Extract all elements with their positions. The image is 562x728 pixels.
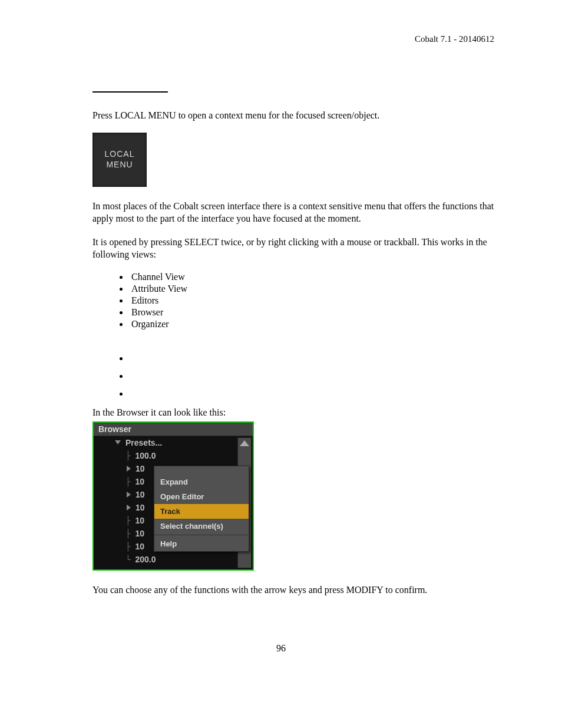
local-menu-label-2: MENU xyxy=(106,160,133,170)
context-menu-item-open-editor[interactable]: Open Editor xyxy=(154,489,249,504)
tree-branch-icon: ├ xyxy=(125,477,130,486)
tree-row[interactable]: ├ 100.0 xyxy=(94,449,253,462)
section-rule xyxy=(92,91,168,93)
local-menu-label-1: LOCAL xyxy=(105,149,135,160)
tree-branch-icon: └ xyxy=(125,555,130,564)
tree-branch-icon: ├ xyxy=(125,516,130,525)
paragraph: You can choose any of the functions with… xyxy=(92,584,494,597)
local-menu-button[interactable]: LOCAL MENU xyxy=(92,133,147,187)
paragraph: In the Browser it can look like this: xyxy=(92,406,494,419)
tree-branch-icon: ├ xyxy=(125,451,130,460)
list-item: Editors xyxy=(129,295,494,306)
context-menu-item-select-channels[interactable]: Select channel(s) xyxy=(154,519,249,533)
paragraph: It is opened by pressing SELECT twice, o… xyxy=(92,236,494,261)
list-item: Browser xyxy=(129,307,494,318)
tree-label: 10 xyxy=(135,503,145,512)
browser-panel: Browser Presets... ├ 100.0 10 ├ 10 xyxy=(92,421,254,571)
views-list: Channel View Attribute View Editors Brow… xyxy=(116,272,494,330)
tree-label: 10 xyxy=(135,477,144,486)
tree-label: 10 xyxy=(135,542,144,551)
tree-label: 100.0 xyxy=(135,451,156,460)
tree-label: 10 xyxy=(135,516,144,525)
tree-row[interactable]: └ 200.0 xyxy=(94,553,253,566)
tree-row[interactable]: Presets... xyxy=(94,436,253,449)
list-item: Attribute View xyxy=(129,284,494,294)
context-menu-item-help[interactable]: Help xyxy=(154,536,249,551)
context-menu-truncated-item xyxy=(154,466,249,475)
expand-toggle-icon[interactable] xyxy=(127,492,131,498)
browser-body: Presets... ├ 100.0 10 ├ 10 10 10 xyxy=(94,436,253,569)
context-menu: Expand Open Editor Track Select channel(… xyxy=(154,466,249,552)
list-item: Channel View xyxy=(129,272,494,282)
expand-toggle-icon[interactable] xyxy=(127,466,131,472)
context-menu-item-expand[interactable]: Expand xyxy=(154,475,249,489)
expand-toggle-icon[interactable] xyxy=(127,505,131,510)
tree-label: Presets... xyxy=(125,438,162,447)
paragraph: Press LOCAL MENU to open a context menu … xyxy=(92,109,494,122)
context-menu-separator xyxy=(154,535,249,535)
tree-branch-icon: ├ xyxy=(125,542,130,551)
tree-label: 10 xyxy=(135,464,145,473)
tree-label: 200.0 xyxy=(135,555,156,564)
empty-list-item xyxy=(129,353,494,359)
tree-branch-icon: ├ xyxy=(125,529,130,538)
empty-list-item xyxy=(129,371,494,377)
doc-header: Cobalt 7.1 - 20140612 xyxy=(68,34,494,44)
page-number: 96 xyxy=(0,643,562,654)
expand-toggle-icon[interactable] xyxy=(115,440,121,444)
list-item: Organizer xyxy=(129,319,494,330)
browser-title: Browser xyxy=(94,423,253,436)
tree-label: 10 xyxy=(135,529,144,538)
empty-bullet-list xyxy=(116,353,494,394)
empty-list-item xyxy=(129,388,494,394)
paragraph: In most places of the Cobalt screen inte… xyxy=(92,200,494,225)
scroll-up-icon[interactable] xyxy=(240,440,249,446)
context-menu-item-track[interactable]: Track xyxy=(154,504,249,519)
tree-label: 10 xyxy=(135,490,145,499)
